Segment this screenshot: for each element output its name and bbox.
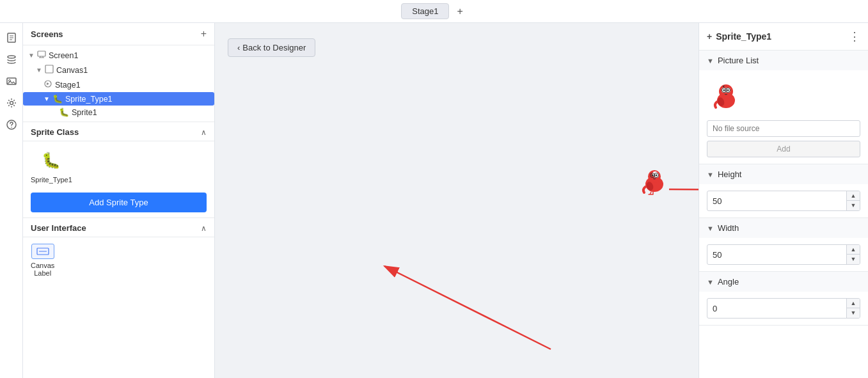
width-toggle: ▼ [707, 224, 714, 232]
canvas-area: ‹ Back to Designer [215, 23, 698, 378]
width-header[interactable]: ▼ Width [699, 218, 868, 238]
back-to-designer-button[interactable]: ‹ Back to Designer [228, 38, 315, 57]
sprite-class-toggle[interactable]: ∧ [201, 128, 207, 137]
width-spinners: ▲ ▼ [846, 245, 860, 264]
width-down-button[interactable]: ▼ [847, 255, 860, 264]
right-panel: + Sprite_Type1 ⋮ ▼ Picture List [698, 23, 868, 378]
width-body: ▲ ▼ [699, 238, 868, 271]
svg-point-26 [652, 175, 654, 177]
svg-point-7 [10, 102, 13, 105]
tree-item-canvas1[interactable]: ▼ Canvas1 [23, 63, 214, 77]
layers-icon[interactable] [2, 50, 21, 69]
svg-point-40 [723, 90, 725, 91]
height-up-button[interactable]: ▲ [847, 191, 860, 201]
picture-thumb [707, 77, 745, 115]
ui-grid: Canvas Label [23, 237, 214, 283]
canvas-label-thumb [31, 244, 54, 259]
svg-point-9 [11, 127, 12, 128]
width-section: ▼ Width ▲ ▼ [699, 218, 868, 272]
angle-section: ▼ Angle ▲ ▼ [699, 272, 868, 326]
picture-list-label: Picture List [718, 56, 759, 65]
width-label: Width [718, 223, 739, 233]
image-icon[interactable] [2, 72, 21, 91]
top-bar: Stage1 + [0, 0, 868, 23]
svg-point-4 [8, 56, 15, 58]
page-icon[interactable] [2, 28, 21, 47]
canvas-label-item[interactable]: Canvas Label [31, 244, 54, 277]
canvas-label-text: Canvas Label [31, 262, 54, 277]
ui-section-header: User Interface ∧ [23, 218, 214, 237]
svg-line-31 [669, 189, 698, 191]
svg-rect-14 [45, 65, 53, 73]
svg-line-30 [384, 266, 551, 349]
file-source-input[interactable] [707, 120, 860, 137]
height-toggle: ▼ [707, 171, 714, 178]
screens-header: Screens + [23, 23, 214, 45]
tree-toggle-screen1: ▼ [28, 52, 35, 59]
tree-toggle-canvas1: ▼ [36, 67, 42, 74]
sprite-class-title: Sprite Class [31, 127, 79, 137]
ui-section-title: User Interface [31, 223, 86, 233]
tree-label-sprite1: Sprite1 [72, 108, 97, 117]
tree-toggle-sprite-type1: ▼ [43, 95, 50, 102]
width-input-row: ▲ ▼ [707, 244, 860, 265]
tree-label-screen1: Screen1 [49, 51, 79, 60]
tree-item-stage1[interactable]: Stage1 [23, 77, 214, 92]
tree-item-sprite1[interactable]: 🐛 Sprite1 [23, 106, 214, 119]
picture-list-content: Add [699, 70, 868, 164]
right-panel-title-text: Sprite_Type1 [716, 31, 771, 42]
angle-input-row: ▲ ▼ [707, 298, 860, 319]
height-input-row: ▲ ▼ [707, 191, 860, 211]
add-screen-button[interactable]: + [201, 28, 207, 40]
screens-title: Screens [31, 29, 63, 39]
ui-section: User Interface ∧ Canvas Label [23, 217, 214, 283]
picture-list-header[interactable]: ▼ Picture List [699, 51, 868, 70]
picture-list-section: ▼ Picture List [699, 51, 868, 164]
add-file-button[interactable]: Add [707, 141, 860, 157]
height-body: ▲ ▼ [699, 184, 868, 217]
tree-item-sprite-type1[interactable]: ▼ 🐛 Sprite_Type1 [23, 92, 214, 106]
right-panel-title: + Sprite_Type1 [707, 31, 771, 42]
stage-icon [43, 79, 52, 90]
angle-header[interactable]: ▼ Angle [699, 272, 868, 292]
height-input[interactable] [707, 193, 846, 209]
angle-input[interactable] [707, 301, 846, 317]
right-panel-plus-icon: + [707, 31, 712, 42]
stage-tab-label: Stage1 [412, 6, 438, 16]
icon-bar [0, 23, 23, 378]
sprite-type1-item[interactable]: 🐛 Sprite_Type1 [31, 148, 72, 184]
add-sprite-type-button[interactable]: Add Sprite Type [31, 193, 207, 212]
tree-item-screen1[interactable]: ▼ Screen1 [23, 48, 214, 63]
width-up-button[interactable]: ▲ [847, 245, 860, 255]
svg-point-43 [723, 86, 724, 87]
settings-icon[interactable] [2, 93, 21, 113]
height-down-button[interactable]: ▼ [847, 201, 860, 210]
left-panel: Screens + ▼ Screen1 ▼ Canvas1 [23, 23, 215, 378]
width-input[interactable] [707, 247, 846, 263]
sprite-type1-item-label: Sprite_Type1 [31, 176, 72, 184]
sprite1-icon: 🐛 [59, 107, 69, 117]
add-tab-button[interactable]: + [453, 4, 466, 19]
svg-point-25 [656, 175, 658, 177]
arrow-overlay [215, 23, 698, 378]
right-panel-menu-icon[interactable]: ⋮ [849, 29, 860, 43]
height-header[interactable]: ▼ Height [699, 164, 868, 184]
sprite-class-header: Sprite Class ∧ [23, 122, 214, 141]
svg-rect-10 [38, 51, 45, 56]
height-label: Height [718, 169, 742, 179]
angle-spinners: ▲ ▼ [846, 299, 860, 318]
stage-tab[interactable]: Stage1 [401, 3, 449, 19]
screen-icon [37, 50, 46, 61]
picture-list-toggle: ▼ [707, 57, 714, 65]
tree-label-canvas1: Canvas1 [56, 66, 88, 75]
canvas-icon [45, 65, 54, 75]
tree-label-sprite-type1: Sprite_Type1 [65, 95, 113, 104]
height-spinners: ▲ ▼ [846, 191, 860, 210]
help-icon[interactable] [2, 115, 21, 134]
main-layout: Screens + ▼ Screen1 ▼ Canvas1 [0, 23, 868, 378]
angle-down-button[interactable]: ▼ [847, 308, 860, 318]
right-panel-header: + Sprite_Type1 ⋮ [699, 23, 868, 51]
ui-section-toggle[interactable]: ∧ [201, 224, 207, 233]
angle-up-button[interactable]: ▲ [847, 299, 860, 308]
angle-body: ▲ ▼ [699, 292, 868, 325]
